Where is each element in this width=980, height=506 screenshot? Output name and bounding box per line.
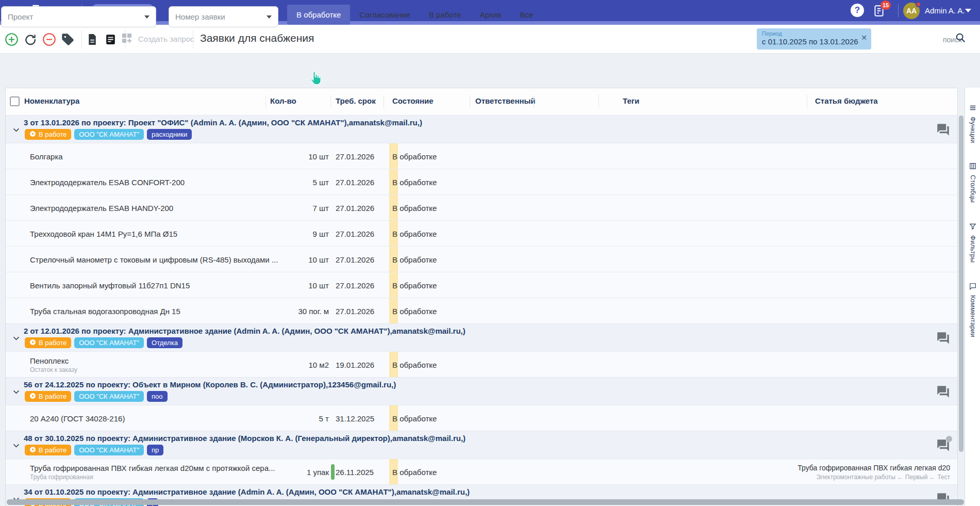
vertical-scrollbar[interactable] [959,116,964,452]
col-otvetstvennyj: Ответственный [475,96,536,105]
status-value: В обработке [392,177,437,186]
period-chip-value: с 01.10.2025 по 13.01.2026 [762,37,866,46]
required-date: 27.01.2026 [336,255,374,264]
group-badges: В работеООО "СК АМАНАТ"расходники [25,129,192,140]
select-all-checkbox[interactable] [10,96,20,106]
period-chip-close-icon[interactable]: ✕ [861,34,867,42]
chevron-down-icon[interactable] [12,334,21,345]
quantity-value: 30 пог. м [227,306,329,315]
add-button[interactable] [5,32,19,46]
quantity-value: 5 т [227,414,329,422]
search-icon[interactable] [955,32,966,45]
status-value: В обработке [392,360,437,369]
table-row[interactable]: ПеноплексОстаток к заказу10 м219.01.2026… [6,351,957,377]
status-value: В обработке [392,281,437,289]
comments-button[interactable] [936,123,950,137]
quantity-value: 7 шт [227,203,329,212]
col-nomenklatura: Номенклатура [24,96,79,105]
chevron-down-icon[interactable] [12,441,21,452]
grid-plus-icon [121,32,133,46]
request-group-header[interactable]: 48 от 30.10.2025 по проекту: Администрат… [6,431,957,459]
comments-button[interactable] [936,385,950,399]
status-value: В обработке [392,229,437,238]
sidebar-item-label: Столбцы [969,175,977,203]
document-list-button[interactable] [104,32,118,46]
chevron-down-icon[interactable] [965,9,971,12]
columns-icon [969,162,976,172]
chevron-down-icon[interactable] [12,387,21,398]
chevron-down-icon [267,15,272,19]
status-tab-arhiv[interactable]: Архив [470,5,510,25]
comments-button[interactable] [936,331,950,345]
col-statya-byudzheta: Статья бюджета [815,96,878,105]
table-row[interactable]: Электрододержатель ESAB CONFORT-2005 шт2… [6,169,957,194]
required-date: 27.01.2026 [336,152,374,160]
table-row[interactable]: Электрододержатель ESAB HANDY-2007 шт27.… [6,194,957,220]
status-value: В обработке [392,203,437,212]
status-tab-vse[interactable]: Все [510,5,542,25]
comments-button[interactable] [936,438,950,452]
play-icon [29,339,36,347]
avatar-status-dot [916,2,921,7]
chevron-down-icon[interactable] [12,125,21,136]
request-number-select[interactable]: Номер заявки [169,6,278,27]
request-group-header[interactable]: 2 от 12.01.2026 по проекту: Администрати… [6,323,957,351]
refresh-button[interactable] [24,32,38,46]
status-value: В обработке [392,414,437,422]
request-group-header[interactable]: 3 от 13.01.2026 по проекту: Проект "ОФИС… [6,115,957,143]
col-kolvo: Кол-во [270,96,296,105]
group-title: 48 от 30.10.2025 по проекту: Администрат… [24,434,466,443]
sidebar-item-comments[interactable]: Комментарии [965,283,980,337]
create-request-button[interactable]: Создать запрос [121,32,194,46]
status-tab-v-obrabotke[interactable]: В обработке [287,5,350,25]
project-select[interactable]: Проект [1,6,156,27]
status-badge: пр [147,445,163,455]
col-tegi: Теги [623,96,639,105]
notification-badge: 15 [881,1,891,10]
table-row[interactable]: Трехходовой кран 14М1 Ру=1,6 МПа Ø159 шт… [6,220,957,246]
right-sidebar: Функции Столбцы Фильтры Комментарии [965,88,980,506]
horizontal-scrollbar[interactable] [7,499,964,505]
item-name: ПеноплексОстаток к заказу [30,356,77,373]
group-badges: В работеООО "СК АМАНАТ"пр [25,445,163,455]
sidebar-item-label: Функции [969,117,977,143]
table-row[interactable]: Труба стальная водогазопроводная Дн 1530… [6,298,957,323]
sidebar-item-columns[interactable]: Столбцы [965,162,980,203]
comment-icon [969,283,976,292]
user-menu[interactable]: Admin A. A. [925,6,965,15]
sidebar-item-functions[interactable]: Функции [965,104,980,143]
table-row[interactable]: Стрелочный манометр с токовым и цифровым… [6,246,957,272]
table-row[interactable]: Вентиль запорный муфтовый 11б27п1 DN1510… [6,272,957,298]
play-icon [29,130,36,139]
document-button[interactable] [86,32,99,46]
request-group-header[interactable]: 56 от 24.12.2025 по проекту: Объект в Ми… [6,377,957,405]
status-value: В обработке [392,467,437,476]
help-icon[interactable]: ? [851,4,864,17]
quantity-value: 1 упак [227,467,329,476]
quantity-value: 10 шт [227,152,329,160]
tag-button[interactable] [61,32,75,46]
status-badge: ООО "СК АМАНАТ" [74,445,144,455]
sidebar-item-label: Фильтры [969,235,977,263]
quantity-value: 10 шт [227,255,329,264]
group-title: 56 от 24.12.2025 по проекту: Объект в Ми… [24,380,396,389]
budget-name: Труба гофрированная ПВХ гибкая легкая d2… [798,463,950,471]
item-name: Электрододержатель ESAB HANDY-200 [30,203,173,212]
table-row[interactable]: 20 А240 (ГОСТ 34028-216)5 т31.12.2025В о… [6,405,957,431]
period-filter-chip[interactable]: Период с 01.10.2025 по 13.01.2026 ✕ [757,28,871,50]
group-title: 34 от 01.10.2025 по проекту: Администрат… [24,487,470,496]
quantity-indicator-bar [331,464,335,480]
chevron-down-icon [144,15,150,19]
sidebar-item-filters[interactable]: Фильтры [965,223,980,263]
table-row[interactable]: Болгарка10 шт27.01.2026В обработке [6,143,957,169]
status-tab-soglasovanie[interactable]: Согласование [350,5,420,25]
item-name: Электрододержатель ESAB CONFORT-200 [30,177,185,186]
remove-button[interactable] [42,32,56,46]
status-tab-v-rabote[interactable]: В работе [420,5,471,25]
table-row[interactable]: Труба гофрированная ПВХ гибкая легкая d2… [6,459,957,484]
status-badge: ООО "СК АМАНАТ" [74,337,144,348]
required-date: 27.01.2026 [336,229,374,238]
requests-table: Номенклатура Кол-во Треб. срок Состояние… [5,88,958,506]
required-date: 27.01.2026 [336,281,374,289]
status-value: В обработке [392,306,437,315]
